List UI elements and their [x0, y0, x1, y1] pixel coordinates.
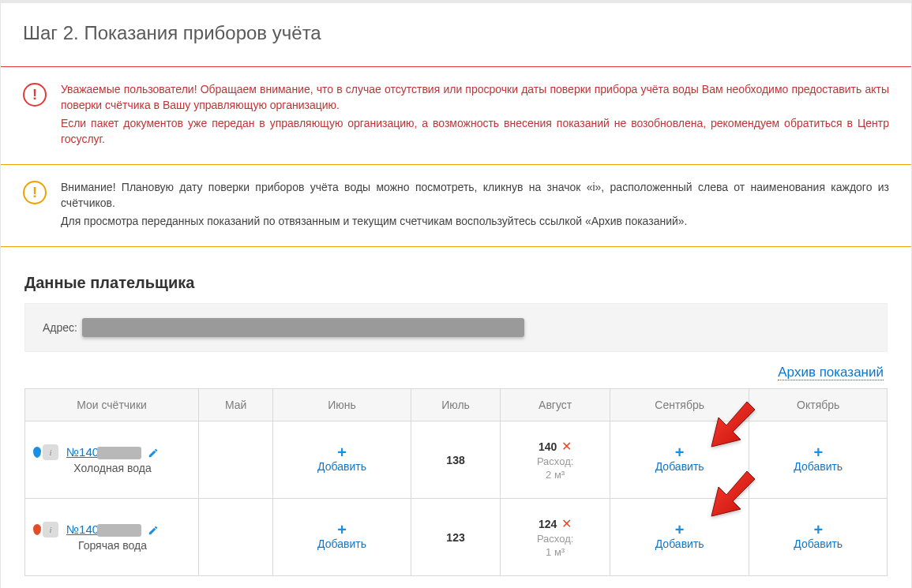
- col-august: Август: [501, 389, 610, 421]
- col-june: Июнь: [273, 389, 411, 421]
- address-box: Адрес:: [24, 303, 888, 352]
- meter-number-link[interactable]: №140: [66, 445, 99, 459]
- alert-red: ! Уважаемые пользователи! Обращаем внима…: [1, 66, 911, 165]
- reading-sub2: 2 м³: [505, 469, 605, 481]
- add-button[interactable]: + Добавить: [317, 445, 366, 474]
- drop-hot-icon: [33, 524, 41, 535]
- reading-sub: Расход:: [505, 533, 605, 545]
- info-icon[interactable]: i: [43, 444, 58, 460]
- meter-number-redacted: [97, 447, 141, 459]
- page-title: Шаг 2. Показания приборов учёта: [1, 3, 911, 66]
- exclamation-icon: !: [23, 83, 47, 107]
- add-button[interactable]: + Добавить: [655, 445, 704, 474]
- address-value-redacted: [82, 318, 524, 337]
- reading-sub: Расход:: [505, 455, 605, 467]
- exclamation-icon: !: [23, 181, 47, 204]
- meter-type: Горячая вода: [66, 539, 159, 552]
- col-september: Сентябрь: [610, 389, 749, 421]
- add-button[interactable]: + Добавить: [655, 522, 704, 551]
- reading-value: 140: [539, 440, 557, 453]
- delete-reading-icon[interactable]: ✕: [561, 516, 572, 531]
- table-row: i №140 Холодная вода: [25, 421, 888, 499]
- reading-sub2: 1 м³: [505, 546, 605, 558]
- pencil-icon[interactable]: [148, 448, 159, 459]
- meter-number-link[interactable]: №140: [66, 522, 99, 536]
- alert-orange: ! Внимание! Плановую дату поверки прибор…: [1, 164, 911, 247]
- reading-value: 123: [446, 531, 464, 544]
- alert-red-line1: Уважаемые пользователи! Обращаем внимани…: [61, 81, 889, 114]
- meter-number-redacted: [97, 524, 141, 537]
- info-icon[interactable]: i: [43, 522, 58, 537]
- meters-table: Мои счётчики Май Июнь Июль Август Сентяб…: [24, 388, 888, 576]
- alert-orange-line1: Внимание! Плановую дату поверки приборов…: [61, 179, 889, 212]
- address-label: Адрес:: [43, 321, 77, 334]
- alert-red-line2: Если пакет документов уже передан в упра…: [61, 115, 889, 148]
- table-row: i №140 Горячая вода: [25, 499, 888, 576]
- pencil-icon[interactable]: [148, 525, 159, 536]
- delete-reading-icon[interactable]: ✕: [561, 439, 572, 454]
- col-july: Июль: [411, 389, 501, 421]
- drop-cold-icon: [33, 447, 41, 458]
- col-meters: Мои счётчики: [25, 389, 199, 421]
- add-button[interactable]: + Добавить: [794, 445, 843, 474]
- reading-value: 124: [539, 518, 557, 530]
- add-button[interactable]: + Добавить: [794, 522, 843, 551]
- payer-data-header: Данные плательщика: [1, 247, 911, 303]
- col-may: Май: [199, 389, 273, 421]
- add-button[interactable]: + Добавить: [317, 522, 366, 551]
- reading-value: 138: [446, 454, 464, 466]
- meter-type: Холодная вода: [66, 462, 159, 474]
- col-october: Октябрь: [749, 389, 888, 421]
- alert-orange-line2: Для просмотра переданных показаний по от…: [61, 213, 889, 229]
- archive-link[interactable]: Архив показаний: [778, 365, 884, 380]
